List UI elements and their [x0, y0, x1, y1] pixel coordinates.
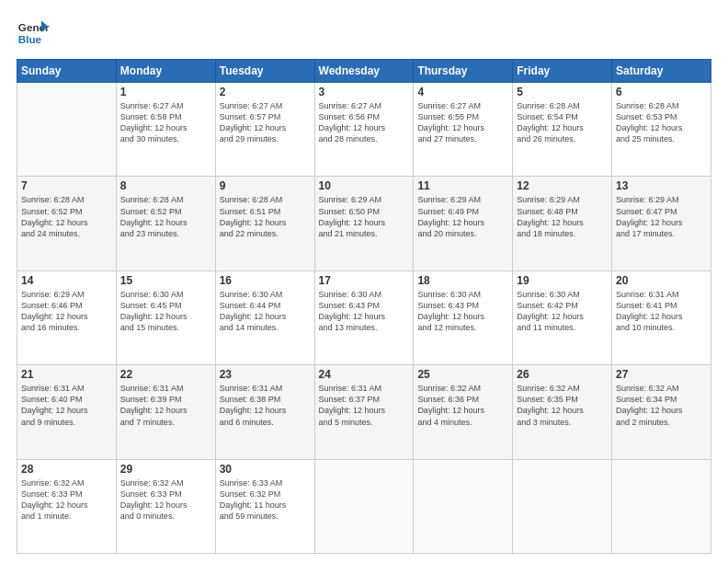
day-number: 6	[616, 86, 707, 98]
day-info: Sunrise: 6:32 AM Sunset: 6:34 PM Dayligh…	[616, 383, 707, 428]
day-number: 4	[417, 86, 508, 98]
calendar-cell: 30Sunrise: 6:33 AM Sunset: 6:32 PM Dayli…	[215, 459, 314, 553]
day-number: 28	[21, 463, 112, 476]
day-number: 7	[21, 179, 112, 192]
calendar-cell: 15Sunrise: 6:30 AM Sunset: 6:45 PM Dayli…	[116, 270, 215, 364]
calendar-cell: 6Sunrise: 6:28 AM Sunset: 6:53 PM Daylig…	[612, 83, 711, 177]
calendar-cell: 25Sunrise: 6:32 AM Sunset: 6:36 PM Dayli…	[414, 365, 513, 459]
calendar-cell	[513, 459, 612, 553]
calendar-cell	[17, 83, 117, 177]
day-number: 23	[220, 368, 311, 381]
day-info: Sunrise: 6:27 AM Sunset: 6:55 PM Dayligh…	[417, 100, 508, 145]
day-number: 29	[120, 463, 211, 476]
day-info: Sunrise: 6:32 AM Sunset: 6:35 PM Dayligh…	[517, 383, 608, 428]
logo: General Blue	[17, 17, 50, 50]
day-info: Sunrise: 6:29 AM Sunset: 6:48 PM Dayligh…	[517, 194, 608, 239]
calendar-cell: 20Sunrise: 6:31 AM Sunset: 6:41 PM Dayli…	[612, 270, 711, 364]
weekday-saturday: Saturday	[612, 60, 711, 83]
calendar-cell: 11Sunrise: 6:29 AM Sunset: 6:49 PM Dayli…	[414, 177, 513, 270]
day-info: Sunrise: 6:32 AM Sunset: 6:33 PM Dayligh…	[120, 477, 211, 523]
day-number: 24	[319, 368, 410, 381]
calendar-cell: 8Sunrise: 6:28 AM Sunset: 6:52 PM Daylig…	[116, 177, 215, 270]
calendar-cell: 3Sunrise: 6:27 AM Sunset: 6:56 PM Daylig…	[314, 83, 414, 177]
day-info: Sunrise: 6:32 AM Sunset: 6:36 PM Dayligh…	[417, 383, 508, 428]
day-number: 15	[120, 274, 211, 287]
day-info: Sunrise: 6:28 AM Sunset: 6:52 PM Dayligh…	[21, 194, 112, 239]
day-info: Sunrise: 6:30 AM Sunset: 6:43 PM Dayligh…	[319, 289, 410, 334]
weekday-wednesday: Wednesday	[314, 60, 414, 83]
day-number: 9	[220, 179, 311, 192]
day-number: 17	[319, 274, 410, 287]
calendar-cell: 21Sunrise: 6:31 AM Sunset: 6:40 PM Dayli…	[17, 365, 117, 459]
day-info: Sunrise: 6:29 AM Sunset: 6:47 PM Dayligh…	[616, 194, 707, 239]
day-number: 5	[517, 86, 608, 98]
calendar-cell: 13Sunrise: 6:29 AM Sunset: 6:47 PM Dayli…	[612, 177, 711, 270]
day-info: Sunrise: 6:31 AM Sunset: 6:40 PM Dayligh…	[21, 383, 112, 428]
day-number: 19	[517, 274, 608, 287]
calendar-week-5: 28Sunrise: 6:32 AM Sunset: 6:33 PM Dayli…	[17, 459, 711, 553]
calendar-week-4: 21Sunrise: 6:31 AM Sunset: 6:40 PM Dayli…	[17, 365, 711, 459]
day-info: Sunrise: 6:32 AM Sunset: 6:33 PM Dayligh…	[21, 477, 112, 523]
calendar-cell: 2Sunrise: 6:27 AM Sunset: 6:57 PM Daylig…	[215, 83, 314, 177]
weekday-sunday: Sunday	[17, 60, 117, 83]
day-info: Sunrise: 6:33 AM Sunset: 6:32 PM Dayligh…	[220, 477, 311, 523]
day-number: 2	[220, 86, 311, 98]
day-info: Sunrise: 6:28 AM Sunset: 6:51 PM Dayligh…	[220, 194, 311, 239]
calendar-cell: 26Sunrise: 6:32 AM Sunset: 6:35 PM Dayli…	[513, 365, 612, 459]
day-info: Sunrise: 6:31 AM Sunset: 6:38 PM Dayligh…	[220, 383, 311, 428]
day-number: 30	[220, 463, 311, 476]
day-info: Sunrise: 6:30 AM Sunset: 6:42 PM Dayligh…	[517, 289, 608, 334]
calendar-cell: 17Sunrise: 6:30 AM Sunset: 6:43 PM Dayli…	[314, 270, 414, 364]
calendar-cell: 18Sunrise: 6:30 AM Sunset: 6:43 PM Dayli…	[414, 270, 513, 364]
logo-icon: General Blue	[17, 17, 50, 50]
calendar-cell: 29Sunrise: 6:32 AM Sunset: 6:33 PM Dayli…	[116, 459, 215, 553]
calendar-cell: 28Sunrise: 6:32 AM Sunset: 6:33 PM Dayli…	[17, 459, 117, 553]
calendar-cell: 27Sunrise: 6:32 AM Sunset: 6:34 PM Dayli…	[612, 365, 711, 459]
day-info: Sunrise: 6:27 AM Sunset: 6:57 PM Dayligh…	[220, 100, 311, 145]
day-number: 25	[417, 368, 508, 381]
calendar-cell: 14Sunrise: 6:29 AM Sunset: 6:46 PM Dayli…	[17, 270, 117, 364]
day-info: Sunrise: 6:30 AM Sunset: 6:43 PM Dayligh…	[417, 289, 508, 334]
day-number: 22	[120, 368, 211, 381]
day-info: Sunrise: 6:31 AM Sunset: 6:39 PM Dayligh…	[120, 383, 211, 428]
calendar-cell	[414, 459, 513, 553]
weekday-monday: Monday	[116, 60, 215, 83]
weekday-tuesday: Tuesday	[215, 60, 314, 83]
day-info: Sunrise: 6:31 AM Sunset: 6:41 PM Dayligh…	[616, 289, 707, 334]
page-header: General Blue	[17, 17, 711, 50]
calendar-cell: 10Sunrise: 6:29 AM Sunset: 6:50 PM Dayli…	[314, 177, 414, 270]
calendar-table: SundayMondayTuesdayWednesdayThursdayFrid…	[17, 59, 711, 554]
day-info: Sunrise: 6:27 AM Sunset: 6:56 PM Dayligh…	[319, 100, 410, 145]
weekday-thursday: Thursday	[414, 60, 513, 83]
calendar-cell: 19Sunrise: 6:30 AM Sunset: 6:42 PM Dayli…	[513, 270, 612, 364]
day-number: 12	[517, 179, 608, 192]
day-info: Sunrise: 6:31 AM Sunset: 6:37 PM Dayligh…	[319, 383, 410, 428]
calendar-cell: 24Sunrise: 6:31 AM Sunset: 6:37 PM Dayli…	[314, 365, 414, 459]
day-number: 26	[517, 368, 608, 381]
calendar-cell: 7Sunrise: 6:28 AM Sunset: 6:52 PM Daylig…	[17, 177, 117, 270]
day-info: Sunrise: 6:30 AM Sunset: 6:44 PM Dayligh…	[220, 289, 311, 334]
calendar-week-1: 1Sunrise: 6:27 AM Sunset: 6:58 PM Daylig…	[17, 83, 711, 177]
weekday-header-row: SundayMondayTuesdayWednesdayThursdayFrid…	[17, 60, 711, 83]
day-number: 21	[21, 368, 112, 381]
day-info: Sunrise: 6:29 AM Sunset: 6:50 PM Dayligh…	[319, 194, 410, 239]
day-number: 18	[417, 274, 508, 287]
svg-text:Blue: Blue	[18, 33, 42, 45]
day-number: 16	[220, 274, 311, 287]
day-info: Sunrise: 6:28 AM Sunset: 6:53 PM Dayligh…	[616, 100, 707, 145]
weekday-friday: Friday	[513, 60, 612, 83]
calendar-cell: 12Sunrise: 6:29 AM Sunset: 6:48 PM Dayli…	[513, 177, 612, 270]
day-number: 20	[616, 274, 707, 287]
calendar-week-3: 14Sunrise: 6:29 AM Sunset: 6:46 PM Dayli…	[17, 270, 711, 364]
calendar-cell: 4Sunrise: 6:27 AM Sunset: 6:55 PM Daylig…	[414, 83, 513, 177]
calendar-cell: 23Sunrise: 6:31 AM Sunset: 6:38 PM Dayli…	[215, 365, 314, 459]
calendar-cell: 9Sunrise: 6:28 AM Sunset: 6:51 PM Daylig…	[215, 177, 314, 270]
day-number: 14	[21, 274, 112, 287]
day-number: 1	[120, 86, 211, 98]
day-number: 8	[120, 179, 211, 192]
day-info: Sunrise: 6:29 AM Sunset: 6:46 PM Dayligh…	[21, 289, 112, 334]
calendar-cell: 22Sunrise: 6:31 AM Sunset: 6:39 PM Dayli…	[116, 365, 215, 459]
day-info: Sunrise: 6:29 AM Sunset: 6:49 PM Dayligh…	[417, 194, 508, 239]
day-number: 3	[319, 86, 410, 98]
day-info: Sunrise: 6:27 AM Sunset: 6:58 PM Dayligh…	[120, 100, 211, 145]
